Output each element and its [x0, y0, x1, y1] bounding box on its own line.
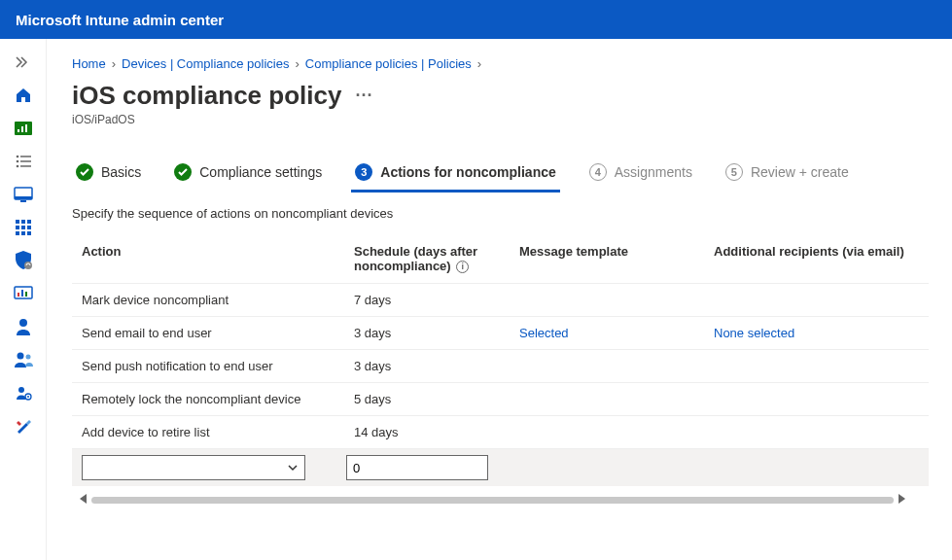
step-label: Basics — [101, 164, 141, 180]
step-number: 5 — [725, 163, 743, 181]
app-header: Microsoft Intune admin center — [0, 0, 952, 39]
svg-rect-19 — [16, 231, 19, 235]
apps-icon[interactable] — [14, 218, 33, 237]
cell-schedule: 14 days — [344, 416, 510, 449]
breadcrumb-link[interactable]: Compliance policies | Policies — [305, 56, 472, 71]
breadcrumb-link[interactable]: Home — [72, 56, 106, 71]
chevron-right-icon: › — [295, 56, 299, 71]
chevron-right-icon: › — [477, 56, 481, 71]
home-icon[interactable] — [14, 86, 33, 105]
user-icon[interactable] — [14, 317, 33, 336]
cell-action: Mark device noncompliant — [72, 284, 344, 317]
svg-rect-7 — [20, 160, 31, 162]
col-action: Action — [72, 238, 344, 284]
schedule-input[interactable] — [346, 455, 488, 480]
scrollbar-track[interactable] — [91, 497, 894, 504]
scroll-left-icon[interactable] — [80, 494, 87, 504]
table-row[interactable]: Mark device noncompliant 7 days — [72, 284, 929, 317]
svg-rect-12 — [20, 200, 26, 202]
svg-rect-24 — [18, 293, 19, 297]
page-title: iOS compliance policy — [72, 81, 341, 111]
cell-schedule: 3 days — [344, 350, 510, 383]
cell-message — [510, 416, 704, 449]
svg-point-8 — [16, 165, 18, 168]
svg-rect-26 — [25, 292, 27, 297]
tools-icon[interactable] — [14, 416, 33, 436]
col-message: Message template — [510, 238, 704, 284]
table-row[interactable]: Remotely lock the noncompliant device 5 … — [72, 383, 929, 416]
users-icon[interactable] — [14, 350, 33, 369]
svg-point-30 — [18, 387, 24, 393]
dashboard-icon[interactable] — [14, 119, 33, 138]
monitor-icon[interactable] — [14, 185, 33, 204]
step-label: Compliance settings — [199, 164, 322, 180]
cell-action: Remotely lock the noncompliant device — [72, 383, 344, 416]
step-assignments[interactable]: 4 Assignments — [585, 154, 696, 192]
sidebar — [0, 39, 47, 560]
expand-icon[interactable] — [14, 52, 33, 72]
cell-action: Send email to end user — [72, 317, 344, 350]
svg-point-32 — [27, 396, 29, 398]
step-label: Assignments — [615, 164, 692, 180]
cell-recipients — [704, 350, 929, 383]
svg-rect-3 — [25, 124, 27, 132]
instruction-text: Specify the sequence of actions on nonco… — [72, 206, 952, 221]
actions-table: Action Schedule (days after noncomplianc… — [72, 238, 929, 486]
cell-message — [510, 350, 704, 383]
report-icon[interactable] — [14, 284, 33, 303]
step-actions-noncompliance[interactable]: 3 Actions for noncompliance — [351, 154, 559, 192]
info-icon[interactable]: i — [456, 261, 469, 273]
horizontal-scrollbar[interactable] — [80, 492, 905, 508]
cell-schedule: 3 days — [344, 317, 510, 350]
svg-point-22 — [24, 262, 32, 269]
svg-rect-16 — [16, 226, 19, 229]
message-template-link[interactable]: Selected — [510, 317, 704, 350]
cell-action: Add device to retire list — [72, 416, 344, 449]
svg-rect-15 — [27, 220, 31, 224]
step-label: Review + create — [751, 164, 849, 180]
step-compliance-settings[interactable]: Compliance settings — [170, 154, 326, 192]
svg-rect-13 — [16, 220, 19, 224]
svg-point-6 — [16, 160, 18, 163]
chevron-down-icon — [287, 462, 299, 473]
chevron-right-icon: › — [112, 56, 116, 71]
svg-rect-5 — [20, 156, 31, 158]
cell-schedule: 7 days — [344, 284, 510, 317]
cell-recipients — [704, 284, 929, 317]
svg-rect-17 — [21, 226, 25, 229]
step-basics[interactable]: Basics — [72, 154, 145, 192]
col-recipients: Additional recipients (via email) — [704, 238, 929, 284]
svg-rect-21 — [27, 231, 31, 235]
breadcrumb-link[interactable]: Devices | Compliance policies — [122, 56, 289, 71]
gear-user-icon[interactable] — [14, 383, 33, 402]
add-action-row — [72, 449, 929, 487]
cell-schedule: 5 days — [344, 383, 510, 416]
svg-rect-25 — [21, 290, 23, 297]
list-icon[interactable] — [14, 152, 33, 171]
svg-rect-18 — [27, 226, 31, 229]
svg-point-4 — [16, 156, 18, 158]
check-icon — [174, 163, 192, 181]
more-actions-button[interactable]: ··· — [355, 86, 372, 106]
actions-table-wrap: Action Schedule (days after noncomplianc… — [72, 238, 952, 508]
step-review-create[interactable]: 5 Review + create — [722, 154, 853, 192]
main-content: Home › Devices | Compliance policies › C… — [47, 39, 952, 560]
step-number: 4 — [589, 163, 607, 181]
table-row[interactable]: Send push notification to end user 3 day… — [72, 350, 929, 383]
table-row[interactable]: Send email to end user 3 days Selected N… — [72, 317, 929, 350]
cell-message — [510, 284, 704, 317]
step-number: 3 — [355, 163, 372, 181]
svg-point-27 — [19, 319, 27, 327]
step-label: Actions for noncompliance — [380, 164, 555, 180]
action-select[interactable] — [82, 455, 305, 480]
table-row[interactable]: Add device to retire list 14 days — [72, 416, 929, 449]
cell-recipients — [704, 416, 929, 449]
scroll-right-icon[interactable] — [899, 494, 905, 504]
svg-rect-14 — [21, 220, 25, 224]
security-icon[interactable] — [14, 251, 33, 270]
cell-message — [510, 383, 704, 416]
cell-action: Send push notification to end user — [72, 350, 344, 383]
recipients-link[interactable]: None selected — [704, 317, 929, 350]
check-icon — [76, 163, 93, 181]
col-schedule: Schedule (days after noncompliance) i — [344, 238, 510, 284]
